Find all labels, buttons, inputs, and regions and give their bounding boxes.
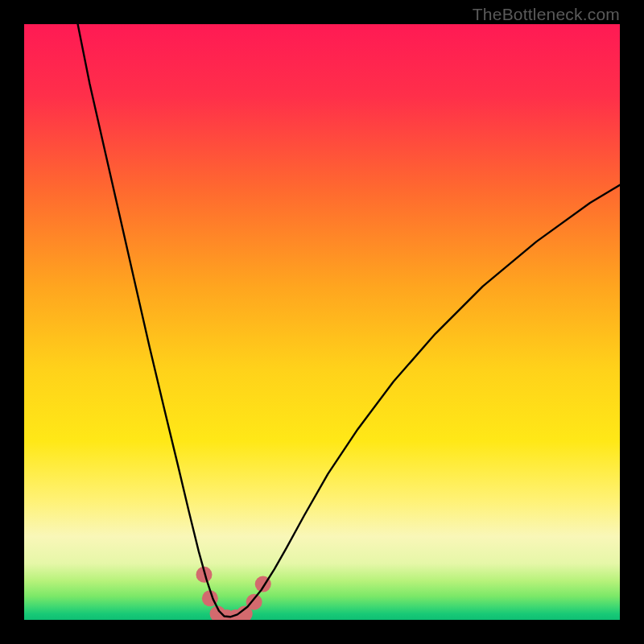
curve-layer <box>24 24 620 620</box>
watermark-text: TheBottleneck.com <box>473 5 620 24</box>
svg-point-7 <box>246 594 262 610</box>
bottleneck-curve <box>78 24 620 617</box>
plot-area <box>24 24 620 620</box>
chart-frame: TheBottleneck.com <box>0 0 644 644</box>
